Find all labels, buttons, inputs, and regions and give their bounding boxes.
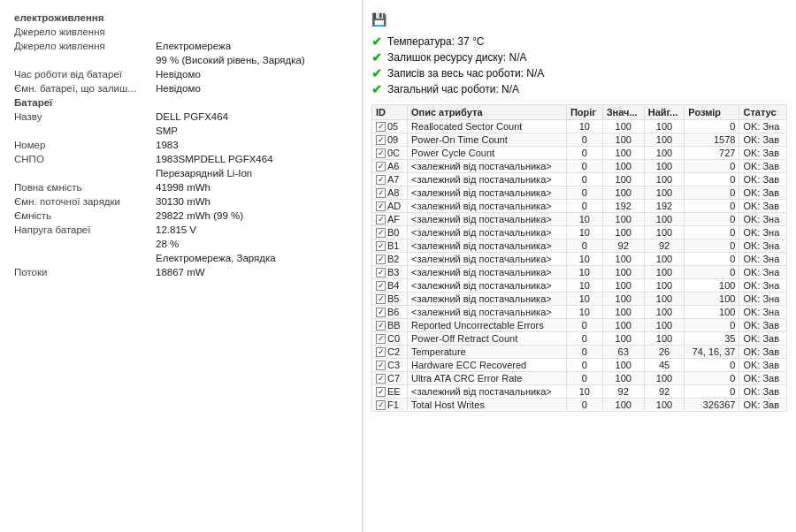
attr-checkbox[interactable] [376,347,386,357]
attr-worst: 100 [644,133,685,147]
left-table-row: SMP [11,124,351,138]
left-table-row: Ємн. батареї, що залиш...Невідомо [11,81,351,95]
attr-status: OK: Зна [739,213,787,226]
attr-status: OK: Зав [739,186,787,200]
attr-checkbox[interactable] [376,135,386,145]
left-table-row: Електромережа, Зарядка [11,251,351,265]
table-row: B0<залежний від постачальника>101001000O… [372,226,787,239]
attr-id: C0 [387,333,400,344]
table-row: AF<залежний від постачальника>101001000O… [372,213,787,226]
attr-status: OK: Зав [739,133,787,147]
attr-threshold: 10 [566,226,602,239]
attr-checkbox[interactable] [376,308,386,317]
attr-threshold: 0 [566,186,602,200]
attr-id-cell: AD [372,200,408,213]
attr-checkbox[interactable] [376,241,386,251]
attr-value: 100 [602,332,644,346]
attr-name: <залежний від постачальника> [407,200,566,213]
attr-name: Reallocated Sector Count [407,120,566,133]
table-row: B5<залежний від постачальника>1010010010… [372,293,787,306]
attr-checkbox[interactable] [376,255,386,264]
attr-worst: 100 [644,332,685,346]
attr-worst: 100 [644,147,685,160]
attr-id: A8 [387,187,399,198]
attr-checkbox[interactable] [376,334,386,344]
left-table-row: Джерело живленняЕлектромережа [11,39,351,53]
status-items: ✔Температура: 37 °C✔Залишок ресурсу диск… [371,34,787,97]
attr-id: B1 [387,240,399,251]
status-item: ✔Залишок ресурсу диску: N/A [371,49,787,65]
attr-name: Reported Uncorrectable Errors [407,319,566,332]
attr-status: OK: Зав [739,173,787,186]
col-header: Поріг [566,105,602,120]
attr-checkbox[interactable] [376,361,386,370]
attr-name: Ultra ATA CRC Error Rate [407,372,566,385]
attr-value: 100 [602,173,644,186]
left-row-label: Повна ємність [11,180,152,194]
attr-raw: 0 [685,266,739,279]
attr-raw: 0 [685,173,739,186]
attr-checkbox[interactable] [376,162,386,171]
attr-id-cell: 05 [372,120,408,133]
attr-value: 100 [602,293,644,306]
left-row-value: 30130 mWh [152,194,351,209]
left-row-value: Електромережа, Зарядка [152,251,351,265]
attr-name: Hardware ECC Recovered [407,359,566,372]
attr-checkbox[interactable] [376,175,386,185]
table-row: B2<залежний від постачальника>101001000O… [372,253,787,266]
attr-id-cell: B6 [372,306,408,319]
attr-checkbox[interactable] [376,215,386,224]
attr-threshold: 0 [566,160,602,173]
attr-checkbox[interactable] [376,188,386,198]
attr-checkbox[interactable] [376,374,386,384]
attr-checkbox[interactable] [376,281,386,291]
attr-value: 100 [602,359,644,372]
attr-threshold: 10 [566,253,602,266]
attr-worst: 100 [644,213,685,226]
attr-value: 100 [602,120,644,133]
attr-raw: 0 [685,186,739,200]
left-row-value [152,25,351,39]
attr-checkbox[interactable] [376,400,386,410]
left-row-label [11,237,152,251]
attr-id: B5 [387,293,399,304]
attr-checkbox[interactable] [376,294,386,304]
attr-checkbox[interactable] [376,387,386,397]
attr-worst: 26 [644,346,685,359]
attr-checkbox[interactable] [376,321,386,331]
left-row-label: СНПО [11,152,152,166]
attr-threshold: 10 [566,279,602,293]
attr-raw: 0 [685,385,739,399]
left-table-row: Ємність29822 mWh (99 %) [11,209,351,223]
left-table-row: 28 % [11,237,351,251]
attr-id-cell: AF [372,213,408,226]
attr-id: B4 [387,280,399,291]
attr-checkbox[interactable] [376,148,386,158]
attr-threshold: 0 [566,133,602,147]
attr-name: <залежний від постачальника> [407,186,566,200]
attr-id-cell: C3 [372,359,408,372]
table-row: AD<залежний від постачальника>01921920OK… [372,200,787,213]
attr-threshold: 0 [566,319,602,332]
attr-id: 0C [387,148,400,158]
attr-threshold: 0 [566,173,602,186]
attr-status: OK: Зав [739,319,787,332]
attr-id-cell: 09 [372,133,408,147]
status-text: Загальний час роботи: N/A [387,83,519,95]
attr-status: OK: Зна [739,253,787,266]
attr-id: B0 [387,227,399,238]
attr-checkbox[interactable] [376,201,386,211]
attr-name: <залежний від постачальника> [407,226,566,239]
attr-checkbox[interactable] [376,122,386,132]
attr-checkbox[interactable] [376,228,386,238]
section-header: Батареї [11,95,351,110]
attr-checkbox[interactable] [376,268,386,277]
status-item: ✔Записів за весь час роботи: N/A [371,65,787,81]
left-row-label: Напруга батареї [11,223,152,237]
attr-value: 100 [602,266,644,279]
attr-worst: 192 [644,200,685,213]
left-table-row: Джерело живлення [11,25,351,39]
attr-raw: 0 [685,200,739,213]
attr-value: 100 [602,253,644,266]
attr-status: OK: Зав [739,385,787,399]
